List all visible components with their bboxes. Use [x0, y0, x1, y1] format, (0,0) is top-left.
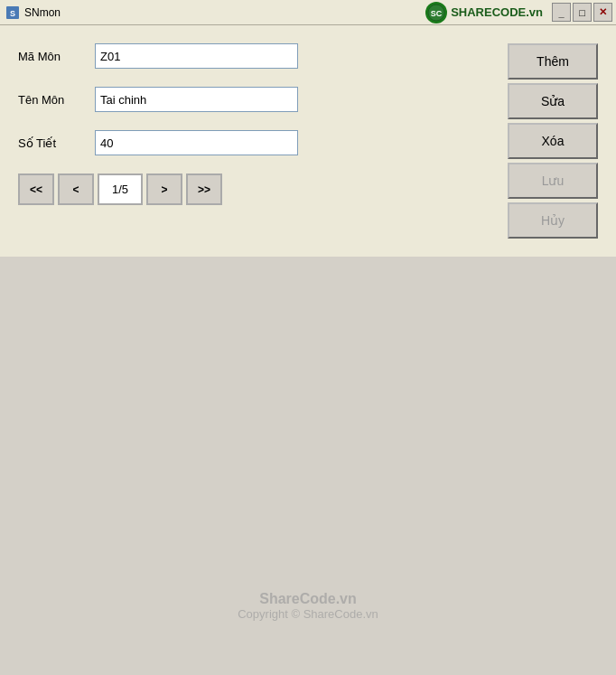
- navigation-row: << < > >>: [18, 173, 490, 205]
- huy-button[interactable]: Hủy: [508, 202, 598, 239]
- watermark-line1: ShareCode.vn: [0, 591, 616, 607]
- sharecode-logo: SC SHARECODE.vn: [425, 2, 543, 23]
- title-bar-controls: SC SHARECODE.vn _ □ ✕: [425, 2, 612, 23]
- svg-text:SC: SC: [431, 9, 443, 18]
- button-panel: Thêm Sửa Xóa Lưu Hủy: [508, 43, 598, 239]
- sharecode-icon: SC: [425, 2, 447, 23]
- form-area: Mã Môn Tên Môn Số Tiết << < > >>: [18, 43, 490, 205]
- luu-button[interactable]: Lưu: [508, 163, 598, 199]
- maximize-button[interactable]: □: [573, 3, 592, 22]
- ma-mon-row: Mã Môn: [18, 43, 490, 69]
- so-tiet-input[interactable]: [95, 130, 298, 155]
- watermark-line2: Copyright © ShareCode.vn: [0, 607, 616, 621]
- them-button[interactable]: Thêm: [508, 43, 598, 80]
- watermark-area: ShareCode.vn Copyright © ShareCode.vn: [0, 591, 616, 621]
- ten-mon-input[interactable]: [95, 87, 298, 112]
- main-content: Mã Môn Tên Môn Số Tiết << < > >> Thêm Sử…: [0, 25, 616, 257]
- svg-text:S: S: [10, 9, 15, 18]
- minimize-button[interactable]: _: [552, 3, 571, 22]
- prev-button[interactable]: <: [58, 173, 94, 205]
- page-input[interactable]: [98, 173, 143, 205]
- ten-mon-label: Tên Môn: [18, 93, 95, 107]
- close-button[interactable]: ✕: [593, 3, 612, 22]
- sua-button[interactable]: Sửa: [508, 83, 598, 119]
- app-icon: S: [5, 5, 20, 20]
- last-button[interactable]: >>: [186, 173, 222, 205]
- title-bar: S SNmon SC SHARECODE.vn _ □ ✕: [0, 0, 616, 25]
- sharecode-label: SHARECODE.vn: [451, 5, 543, 19]
- so-tiet-label: Số Tiết: [18, 136, 95, 150]
- title-bar-left: S SNmon: [5, 5, 61, 20]
- ten-mon-row: Tên Môn: [18, 87, 490, 112]
- so-tiet-row: Số Tiết: [18, 130, 490, 155]
- next-button[interactable]: >: [146, 173, 182, 205]
- app-title: SNmon: [24, 6, 61, 19]
- ma-mon-label: Mã Môn: [18, 50, 95, 63]
- xoa-button[interactable]: Xóa: [508, 123, 598, 159]
- first-button[interactable]: <<: [18, 173, 54, 205]
- ma-mon-input[interactable]: [95, 43, 298, 69]
